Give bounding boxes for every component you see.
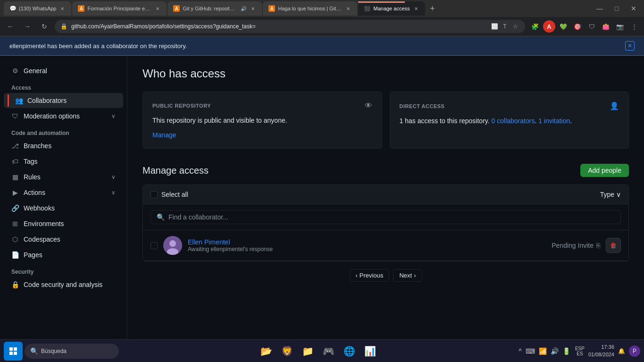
pending-invite-badge: Pending Invite ⎘: [552, 242, 600, 249]
taskbar-app-chrome[interactable]: 🌐: [341, 342, 359, 360]
taskbar-language[interactable]: ESP ES: [575, 346, 585, 356]
sidebar-item-moderation[interactable]: 🛡 Moderation options ∨: [4, 109, 123, 124]
address-bar[interactable]: 🔒 github.com/AyairBernalRamos/portafolio…: [55, 20, 525, 33]
tab-close-haga[interactable]: ✕: [345, 5, 351, 12]
back-button[interactable]: ←: [4, 20, 17, 33]
add-people-button[interactable]: Add people: [580, 164, 629, 177]
sidebar-item-code-security[interactable]: 🔒 Code security and analysis: [4, 277, 123, 292]
avatar-image: [163, 236, 182, 255]
sidebar-item-branches[interactable]: ⎇ Branches: [4, 138, 123, 153]
person-add-icon: 👤: [610, 101, 619, 110]
manage-link[interactable]: Manage: [152, 131, 176, 139]
reload-button[interactable]: ↻: [38, 20, 51, 33]
tab-manage[interactable]: ⬛ Manage access ✕: [358, 1, 425, 16]
star-icon[interactable]: ☆: [511, 22, 519, 31]
sidebar-item-environments[interactable]: ⊞ Environments: [4, 216, 123, 231]
tab-formacion[interactable]: A Formación Principiante en P... ✕: [72, 1, 167, 16]
sidebar-item-rules[interactable]: ▦ Rules ∨: [4, 169, 123, 185]
wifi-icon[interactable]: 📶: [538, 346, 548, 356]
tab-close-manage[interactable]: ✕: [413, 5, 419, 12]
select-all-label[interactable]: Select all: [161, 191, 188, 198]
actions-chevron-icon: ∨: [111, 189, 116, 196]
copy-icon[interactable]: ⎘: [596, 242, 600, 249]
type-filter[interactable]: Type ∨: [600, 191, 621, 198]
collaborator-checkbox[interactable]: [151, 242, 158, 249]
forward-button[interactable]: →: [21, 20, 34, 33]
public-repo-body: This repository is public and visible to…: [152, 116, 372, 126]
shield-icon[interactable]: 🛡: [585, 20, 598, 33]
tab-label-manage: Manage access: [373, 6, 410, 11]
sidebar-item-general[interactable]: ⚙ General: [4, 63, 123, 78]
sidebar-item-actions[interactable]: ▶ Actions ∨: [4, 185, 123, 200]
sidebar-item-tags[interactable]: 🏷 Tags: [4, 154, 123, 169]
sidebar-item-collaborators[interactable]: 👥 Collaborators: [4, 93, 123, 108]
public-repo-card: PUBLIC REPOSITORY 👁 This repository is p…: [142, 92, 382, 149]
taskbar-app-stats[interactable]: 📊: [361, 342, 379, 360]
start-button[interactable]: [4, 342, 23, 361]
manage-access-title: Manage access: [142, 165, 209, 176]
shield-mod-icon: 🛡: [11, 112, 19, 120]
select-all-checkbox[interactable]: [151, 191, 158, 198]
pagination: ‹ Previous Next ›: [142, 261, 629, 289]
sidebar-item-pages[interactable]: 📄 Pages: [4, 247, 123, 262]
whatsapp-icon[interactable]: 💚: [557, 20, 569, 33]
select-all-wrapper: Select all: [151, 191, 188, 198]
extensions-icon[interactable]: 🧩: [529, 20, 541, 33]
collaborators-link[interactable]: 0 collaborators: [492, 117, 535, 125]
close-button[interactable]: ✕: [627, 2, 640, 15]
invitation-link[interactable]: 1 invitation: [538, 117, 570, 125]
volume-icon[interactable]: 🔊: [550, 346, 560, 356]
banner-close-button[interactable]: ✕: [625, 41, 635, 51]
tab-git[interactable]: A Git y GitHub: repositorio... 🔊 ✕: [167, 1, 262, 16]
eye-icon: 👁: [365, 101, 372, 110]
taskbar-app-brave[interactable]: 🦁: [278, 342, 296, 360]
tab-label-whatsapp: (130) WhatsApp: [19, 6, 56, 11]
taskbar-search-bar[interactable]: 🔍 Búsqueda: [25, 344, 119, 359]
previous-page-button[interactable]: ‹ Previous: [350, 269, 390, 282]
minimize-button[interactable]: —: [593, 2, 606, 15]
sidebar-item-codespaces-label: Codespaces: [24, 236, 60, 243]
access-cards: PUBLIC REPOSITORY 👁 This repository is p…: [142, 92, 629, 149]
new-tab-button[interactable]: +: [426, 2, 439, 15]
sidebar-item-webhooks[interactable]: 🔗 Webhooks: [4, 201, 123, 216]
collaborator-name[interactable]: Ellen Pimentel: [188, 238, 546, 246]
more-icon[interactable]: ⋮: [628, 20, 640, 33]
tab-whatsapp[interactable]: 💬 (130) WhatsApp ✕: [4, 1, 71, 16]
tab-close-formacion[interactable]: ✕: [154, 5, 161, 12]
taskbar-app-game[interactable]: 🎮: [320, 342, 338, 360]
battery-icon[interactable]: 🔋: [561, 346, 571, 356]
maximize-button[interactable]: □: [610, 2, 623, 15]
sidebar-item-tags-label: Tags: [24, 158, 38, 165]
sidebar-item-codespaces[interactable]: ⬡ Codespaces: [4, 232, 123, 247]
wallet-icon[interactable]: 👛: [600, 20, 612, 33]
next-page-button[interactable]: Next ›: [393, 269, 422, 282]
taskbar-clock[interactable]: 17:36 01/08/2024: [588, 344, 614, 358]
trash-icon: 🗑: [610, 242, 617, 249]
notification-bell-icon[interactable]: 🔔: [618, 348, 625, 354]
type-filter-chevron-icon: ∨: [616, 191, 621, 198]
tray-arrow-icon[interactable]: ^: [518, 346, 523, 356]
camera-icon[interactable]: 📷: [614, 20, 626, 33]
svg-rect-4: [14, 347, 17, 351]
tab-haga[interactable]: A Haga lo que hicimos | Git y... ✕: [263, 1, 357, 16]
keyboard-icon[interactable]: ⌨: [525, 346, 536, 356]
search-row: 🔍: [143, 204, 628, 230]
profile-icon[interactable]: A: [543, 20, 555, 33]
tab-close-git[interactable]: 🔊: [240, 5, 247, 12]
tab-close-git2[interactable]: ✕: [250, 5, 256, 12]
type-filter-label: Type: [600, 191, 614, 198]
table-toolbar: Select all Type ∨: [143, 185, 628, 204]
cast-icon[interactable]: ⬜: [490, 22, 499, 31]
tab-close-whatsapp[interactable]: ✕: [59, 5, 66, 12]
collaborator-search-input[interactable]: [168, 213, 615, 221]
translate-icon[interactable]: T: [501, 22, 509, 31]
delete-collaborator-button[interactable]: 🗑: [606, 238, 621, 253]
user-profile-icon[interactable]: P: [629, 345, 640, 357]
tag-icon: 🏷: [11, 158, 19, 165]
score-icon[interactable]: 🎯: [571, 20, 584, 33]
codespace-icon: ⬡: [11, 236, 19, 243]
taskbar-app-files[interactable]: 📁: [299, 342, 317, 360]
taskbar-right: ^ ⌨ 📶 🔊 🔋 ESP ES 17:36 01/08/2024 🔔 P: [518, 344, 640, 358]
tab-label-git: Git y GitHub: repositorio...: [183, 6, 237, 11]
taskbar-app-explorer[interactable]: 📂: [258, 342, 276, 360]
